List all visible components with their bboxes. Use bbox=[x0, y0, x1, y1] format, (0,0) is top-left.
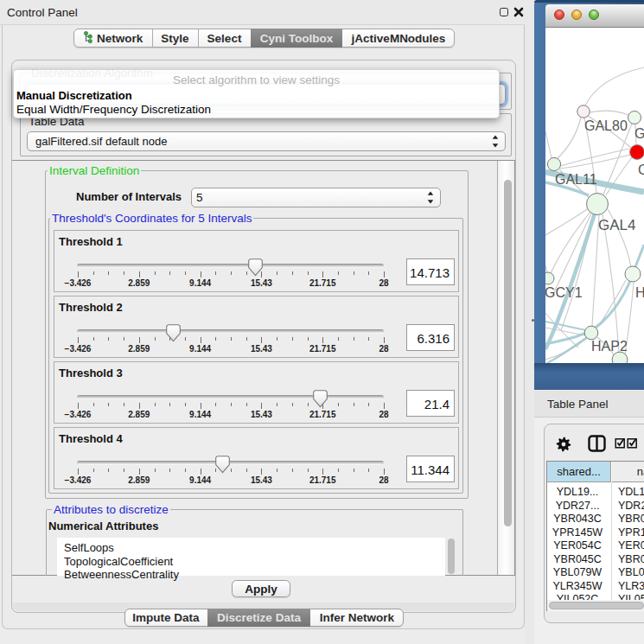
svg-text:GCY1: GCY1 bbox=[545, 285, 583, 300]
svg-text:C: C bbox=[638, 163, 644, 177]
svg-text:HAP2: HAP2 bbox=[591, 339, 628, 354]
svg-text:GAL11: GAL11 bbox=[555, 172, 597, 187]
svg-text:GAL80: GAL80 bbox=[584, 118, 628, 133]
svg-text:GAL4: GAL4 bbox=[598, 217, 635, 233]
svg-text:H: H bbox=[635, 285, 644, 300]
svg-text:GA: GA bbox=[634, 126, 644, 141]
